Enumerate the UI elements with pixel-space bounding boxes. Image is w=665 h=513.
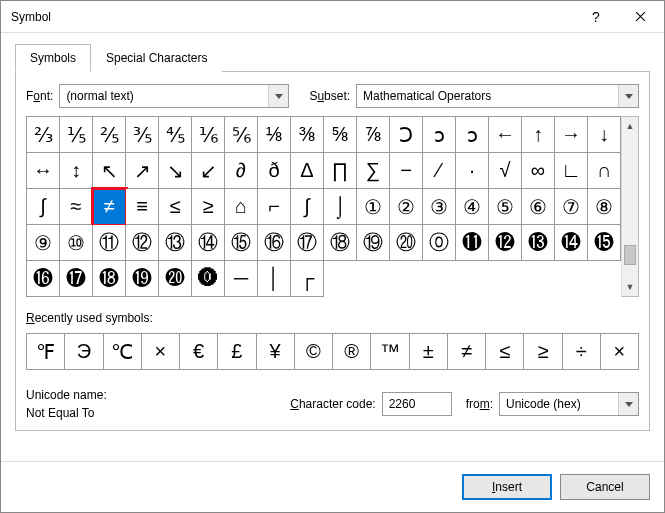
symbol-cell[interactable]: ɔ [456, 117, 489, 153]
symbol-cell[interactable]: ↕ [60, 153, 93, 189]
symbol-cell[interactable]: ↓ [588, 117, 621, 153]
symbol-cell[interactable]: ⓯ [588, 225, 621, 261]
recent-cell[interactable]: ℉ [27, 334, 65, 370]
char-code-input[interactable] [382, 392, 452, 416]
symbol-cell[interactable]: √ [489, 153, 522, 189]
symbol-cell[interactable]: ─ [225, 261, 258, 297]
symbol-cell[interactable]: ⅝ [324, 117, 357, 153]
symbol-cell[interactable]: ⓫ [456, 225, 489, 261]
symbol-cell[interactable]: ⅖ [93, 117, 126, 153]
symbol-cell[interactable]: ⌂ [225, 189, 258, 225]
symbol-cell[interactable]: ⑱ [324, 225, 357, 261]
symbol-cell[interactable]: ⑫ [126, 225, 159, 261]
symbol-cell[interactable]: ≈ [60, 189, 93, 225]
scroll-down-icon[interactable]: ▼ [622, 278, 638, 296]
symbol-cell[interactable]: ← [489, 117, 522, 153]
symbol-cell[interactable]: ⅕ [60, 117, 93, 153]
symbol-cell[interactable]: ⑦ [555, 189, 588, 225]
recent-cell[interactable]: ℃ [104, 334, 142, 370]
recent-cell[interactable]: € [180, 334, 218, 370]
close-button[interactable] [618, 2, 662, 32]
symbol-grid[interactable]: ⅔⅕⅖⅗⅘⅙⅚⅛⅜⅝⅞Ɔɔɔ←↑→↓↔↕↖↗↘↙∂ðΔ∏∑−∕∙√∞∟∩∫≈≠≡… [26, 116, 621, 297]
recent-cell[interactable]: ± [410, 334, 448, 370]
symbol-cell[interactable]: ⌐ [258, 189, 291, 225]
recent-cell[interactable]: ¥ [257, 334, 295, 370]
symbol-cell[interactable]: − [390, 153, 423, 189]
symbol-cell[interactable]: ⑥ [522, 189, 555, 225]
symbol-cell[interactable]: ⅘ [159, 117, 192, 153]
symbol-cell[interactable]: ⓲ [93, 261, 126, 297]
symbol-cell[interactable]: ↑ [522, 117, 555, 153]
tab-special-characters[interactable]: Special Characters [91, 44, 222, 72]
symbol-cell[interactable]: ③ [423, 189, 456, 225]
symbol-cell[interactable]: ⑪ [93, 225, 126, 261]
symbol-cell[interactable]: ∂ [225, 153, 258, 189]
grid-scrollbar[interactable]: ▲ ▼ [621, 116, 639, 297]
recent-cell[interactable]: ≠ [448, 334, 486, 370]
recent-symbols[interactable]: ℉Э℃×€£¥©®™±≠≤≥÷× [26, 333, 639, 370]
tab-symbols[interactable]: Symbols [15, 44, 91, 72]
recent-cell[interactable]: ™ [371, 334, 409, 370]
recent-cell[interactable]: ≤ [486, 334, 524, 370]
scroll-track[interactable] [622, 135, 638, 278]
symbol-cell[interactable]: ∞ [522, 153, 555, 189]
recent-cell[interactable]: Э [65, 334, 103, 370]
symbol-cell[interactable]: ⅚ [225, 117, 258, 153]
symbol-cell[interactable]: ⑧ [588, 189, 621, 225]
symbol-cell[interactable]: ④ [456, 189, 489, 225]
recent-cell[interactable]: © [295, 334, 333, 370]
symbol-cell[interactable]: ⑳ [390, 225, 423, 261]
symbol-cell[interactable]: ⓿ [192, 261, 225, 297]
symbol-cell[interactable]: ≠ [93, 189, 126, 225]
symbol-cell[interactable]: ⅙ [192, 117, 225, 153]
symbol-cell[interactable]: ð [258, 153, 291, 189]
symbol-cell[interactable]: ⅛ [258, 117, 291, 153]
symbol-cell[interactable]: ≥ [192, 189, 225, 225]
symbol-cell[interactable]: ≡ [126, 189, 159, 225]
symbol-cell[interactable]: ⌡ [324, 189, 357, 225]
symbol-cell[interactable]: ↘ [159, 153, 192, 189]
symbol-cell[interactable]: ∫ [291, 189, 324, 225]
symbol-cell[interactable]: ⅜ [291, 117, 324, 153]
recent-cell[interactable]: ® [333, 334, 371, 370]
symbol-cell[interactable]: ⓴ [159, 261, 192, 297]
symbol-cell[interactable]: ∑ [357, 153, 390, 189]
symbol-cell[interactable]: ⑰ [291, 225, 324, 261]
symbol-cell[interactable]: ⓭ [522, 225, 555, 261]
symbol-cell[interactable]: ⑩ [60, 225, 93, 261]
symbol-cell[interactable]: ∫ [27, 189, 60, 225]
symbol-cell[interactable]: ∕ [423, 153, 456, 189]
symbol-cell[interactable]: ⑯ [258, 225, 291, 261]
help-button[interactable]: ? [574, 2, 618, 32]
font-combo[interactable]: (normal text) [59, 84, 289, 108]
symbol-cell[interactable]: ∩ [588, 153, 621, 189]
recent-cell[interactable]: × [142, 334, 180, 370]
symbol-cell[interactable]: ∏ [324, 153, 357, 189]
insert-button[interactable]: Insert [462, 474, 552, 500]
recent-cell[interactable]: × [601, 334, 639, 370]
recent-cell[interactable]: ÷ [563, 334, 601, 370]
symbol-cell[interactable]: ⑬ [159, 225, 192, 261]
symbol-cell[interactable]: ┌ [291, 261, 324, 297]
symbol-cell[interactable]: ↔ [27, 153, 60, 189]
symbol-cell[interactable]: ⑨ [27, 225, 60, 261]
symbol-cell[interactable]: ↙ [192, 153, 225, 189]
symbol-cell[interactable]: ⓱ [60, 261, 93, 297]
symbol-cell[interactable]: ∟ [555, 153, 588, 189]
symbol-cell[interactable]: Δ [291, 153, 324, 189]
symbol-cell[interactable]: ⓳ [126, 261, 159, 297]
symbol-cell[interactable]: Ɔ [390, 117, 423, 153]
symbol-cell[interactable]: ⓮ [555, 225, 588, 261]
symbol-cell[interactable]: ⅞ [357, 117, 390, 153]
symbol-cell[interactable]: ⑤ [489, 189, 522, 225]
recent-cell[interactable]: ≥ [524, 334, 562, 370]
subset-combo[interactable]: Mathematical Operators [356, 84, 639, 108]
symbol-cell[interactable]: ⑮ [225, 225, 258, 261]
symbol-cell[interactable]: ② [390, 189, 423, 225]
symbol-cell[interactable]: ① [357, 189, 390, 225]
symbol-cell[interactable]: ⑭ [192, 225, 225, 261]
symbol-cell[interactable]: │ [258, 261, 291, 297]
symbol-cell[interactable]: ⓪ [423, 225, 456, 261]
symbol-cell[interactable]: ⓰ [27, 261, 60, 297]
symbol-cell[interactable]: → [555, 117, 588, 153]
